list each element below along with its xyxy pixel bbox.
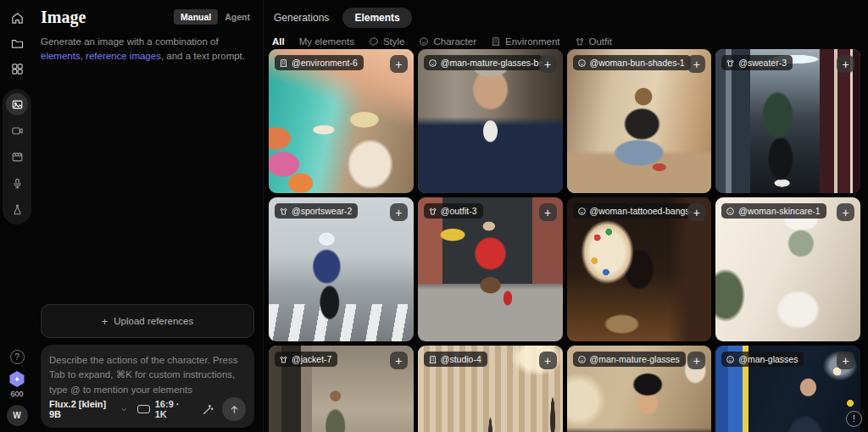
description-text: , and a text prompt. — [161, 51, 245, 61]
filter-label: Outfit — [589, 36, 612, 47]
upload-references-label: Upload references — [114, 316, 193, 326]
model-selector[interactable]: Flux.2 [klein] 9B — [49, 399, 127, 419]
element-card[interactable]: @man-mature-glasses + — [567, 346, 712, 432]
element-badge: @outfit-3 — [424, 203, 483, 219]
elements-link[interactable]: elements — [41, 51, 81, 61]
enhance-wand-icon[interactable] — [202, 403, 214, 416]
filter-label: My elements — [299, 36, 354, 47]
filters-row: All My elements Style Character Environm… — [264, 28, 868, 47]
smiley-icon — [577, 207, 587, 216]
element-label: @woman-skincare-1 — [738, 206, 820, 216]
smiley-icon — [577, 58, 587, 68]
flask-icon[interactable] — [6, 198, 28, 220]
prompt-input[interactable] — [49, 353, 246, 396]
user-avatar[interactable]: W — [7, 405, 28, 426]
panel-description: Generate an image with a combination of … — [41, 35, 251, 64]
description-text: Generate an image with a combination of — [41, 36, 219, 47]
prompt-toolbar: Flux.2 [klein] 9B 16:9 · 1K — [49, 397, 246, 421]
smiley-icon — [726, 355, 735, 364]
filter-label: Character — [433, 36, 476, 47]
credits-count: 600 — [10, 390, 23, 398]
filter-character[interactable]: Character — [419, 36, 476, 47]
element-badge: @studio-4 — [424, 352, 487, 367]
add-element-button[interactable]: + — [390, 352, 408, 369]
tshirt-icon — [279, 207, 288, 216]
credits-button[interactable]: ✦ 600 — [9, 371, 25, 398]
tshirt-icon — [726, 58, 735, 68]
help-icon[interactable]: ? — [10, 350, 25, 364]
element-badge: @jacket-7 — [275, 352, 337, 367]
reference-images-link[interactable]: reference images — [86, 51, 161, 61]
aspect-ratio-label: 16:9 · 1K — [155, 399, 192, 419]
element-card[interactable]: @studio-4 + — [418, 346, 563, 432]
prompt-actions — [202, 397, 246, 421]
elements-grid: @environment-6 + @man-mature-glasses-bea… — [269, 49, 860, 432]
filter-style[interactable]: Style — [369, 36, 405, 47]
submit-button[interactable] — [222, 397, 246, 421]
image-tool-icon[interactable] — [6, 93, 28, 115]
home-icon[interactable] — [10, 11, 25, 25]
filter-label: All — [272, 36, 285, 47]
element-badge: @woman-tattooed-bangs-2 — [573, 203, 692, 219]
info-button[interactable]: ! — [846, 411, 862, 427]
add-element-button[interactable]: + — [837, 55, 854, 73]
tshirt-icon — [279, 355, 288, 364]
element-card[interactable]: @environment-6 + — [269, 49, 414, 193]
element-card[interactable]: @sportswear-2 + — [269, 197, 414, 341]
model-label: Flux.2 [klein] 9B — [49, 399, 117, 419]
add-element-button[interactable]: + — [687, 203, 705, 221]
rail-bottom: ? ✦ 600 W — [7, 350, 28, 426]
element-card[interactable]: @woman-tattooed-bangs-2 + — [567, 197, 712, 341]
apps-icon[interactable] — [10, 62, 25, 76]
element-card[interactable]: @sweater-3 + — [715, 49, 860, 193]
folder-icon[interactable] — [10, 36, 25, 51]
element-card[interactable]: @jacket-7 + — [269, 346, 414, 432]
add-element-button[interactable]: + — [837, 203, 854, 221]
add-element-button[interactable]: + — [539, 203, 557, 221]
element-card[interactable]: @man-mature-glasses-beard + — [418, 49, 563, 193]
element-card[interactable]: @woman-bun-shades-1 + — [567, 49, 712, 193]
element-card[interactable]: @woman-skincare-1 + — [715, 197, 860, 341]
element-badge: @man-glasses — [721, 352, 804, 367]
filter-outfit[interactable]: Outfit — [575, 36, 612, 47]
aspect-ratio-selector[interactable]: 16:9 · 1K — [137, 399, 192, 419]
tabs-row: Generations Elements — [264, 0, 868, 28]
element-badge: @environment-6 — [275, 55, 364, 70]
add-element-button[interactable]: + — [539, 55, 557, 73]
add-element-button[interactable]: + — [390, 203, 408, 221]
tshirt-icon — [575, 36, 585, 47]
add-element-button[interactable]: + — [837, 352, 854, 369]
video-tool-icon[interactable] — [6, 119, 28, 141]
element-label: @environment-6 — [292, 58, 358, 68]
aspect-ratio-icon — [137, 405, 149, 413]
filter-my-elements[interactable]: My elements — [299, 36, 354, 47]
agent-mode-button[interactable]: Agent — [220, 9, 254, 25]
element-label: @man-mature-glasses — [590, 354, 680, 364]
app-window: ? ✦ 600 W Image Manual Agent Generate an… — [0, 0, 868, 432]
page-title: Image — [41, 8, 86, 27]
element-label: @sweater-3 — [738, 58, 787, 68]
element-badge: @sweater-3 — [721, 55, 793, 70]
upload-references-button[interactable]: + Upload references — [41, 304, 254, 338]
building-icon — [428, 355, 437, 364]
element-label: @sportswear-2 — [292, 206, 352, 216]
element-card[interactable]: @man-glasses + — [715, 346, 860, 432]
filter-all[interactable]: All — [272, 36, 285, 47]
clapperboard-icon[interactable] — [6, 146, 28, 168]
smiley-icon — [577, 355, 587, 364]
manual-mode-button[interactable]: Manual — [174, 9, 218, 25]
add-element-button[interactable]: + — [539, 352, 557, 369]
filter-environment[interactable]: Environment — [491, 36, 560, 47]
main-area: Generations Elements All My elements Sty… — [263, 0, 868, 432]
tab-generations[interactable]: Generations — [274, 12, 329, 24]
tab-elements[interactable]: Elements — [342, 8, 411, 28]
add-element-button[interactable]: + — [390, 55, 408, 73]
element-card[interactable]: @outfit-3 + — [418, 197, 563, 341]
tshirt-icon — [428, 207, 437, 216]
element-label: @jacket-7 — [292, 354, 331, 364]
element-badge: @man-mature-glasses-beard — [424, 55, 542, 70]
add-element-button[interactable]: + — [687, 55, 705, 73]
microphone-icon[interactable] — [6, 172, 28, 194]
add-element-button[interactable]: + — [687, 352, 705, 369]
element-label: @woman-bun-shades-1 — [590, 58, 685, 68]
